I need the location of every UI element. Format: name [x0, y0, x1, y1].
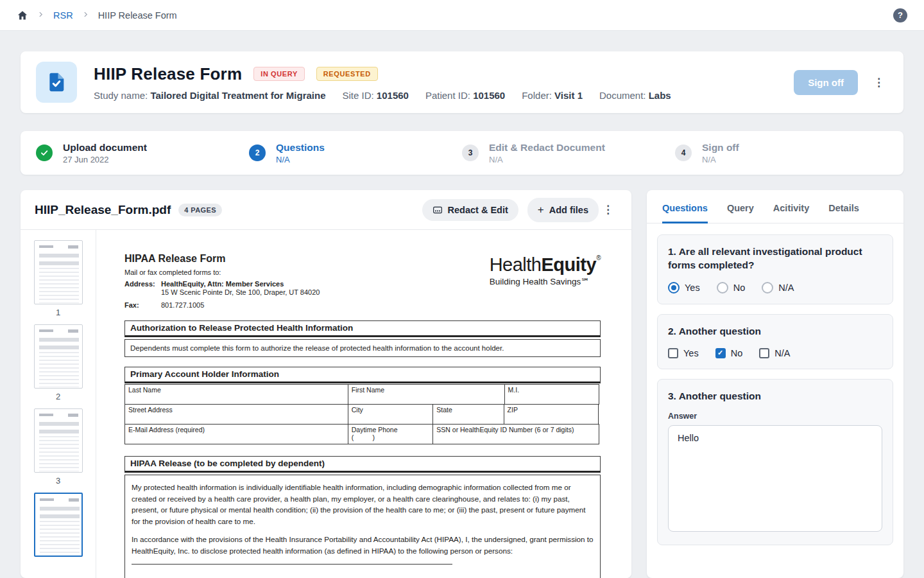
file-name: HIIP_Release_Form.pdf	[35, 203, 171, 217]
logo-tagline: Building Health Savings℠	[490, 276, 601, 286]
chevron-right-icon	[37, 10, 44, 20]
step-upload-document[interactable]: Upload document 27 Jun 2022	[36, 142, 249, 164]
step-subtitle: N/A	[702, 155, 739, 164]
pdf-fax-value: 801.727.1005	[161, 301, 204, 309]
pdf-viewer-card: HIIP_Release_Form.pdf 4 PAGES Redact & E…	[21, 190, 631, 578]
thumbnail-page-number: 1	[56, 308, 60, 317]
meta-value-folder: Visit 1	[554, 90, 583, 101]
page-count-badge: 4 PAGES	[178, 204, 222, 216]
radio-option-yes[interactable]: Yes	[668, 282, 700, 293]
meta-value-site-id: 101560	[377, 90, 409, 101]
question-title: 1. Are all relevant investigational prod…	[668, 245, 882, 272]
table-cell: Daytime Phone ( )	[348, 424, 434, 444]
step-sign-off[interactable]: 4 Sign off N/A	[675, 142, 888, 164]
checkbox-option-na[interactable]: N/A	[759, 348, 790, 358]
questions-panel-card: Questions Query Acitivity Details 1. Are…	[647, 190, 903, 578]
redact-icon	[432, 205, 443, 215]
pdf-section-authorization-body: Dependents must complete this form to au…	[124, 339, 601, 357]
option-label: No	[731, 348, 743, 358]
table-cell: State	[432, 404, 504, 425]
thumbnail-page-number: 2	[56, 392, 60, 401]
table-cell: ZIP	[504, 404, 599, 425]
healthequity-logo: HealthEquity® Building Health Savings℠	[490, 253, 601, 309]
answer-textarea[interactable]: Hello	[668, 425, 882, 532]
question-card-1: 1. Are all relevant investigational prod…	[657, 234, 893, 304]
question-title: 2. Another question	[668, 325, 882, 338]
step-edit-redact[interactable]: 3 Edit & Redact Document N/A	[462, 142, 675, 164]
meta-label-study: Study name:	[94, 90, 148, 101]
home-icon[interactable]	[17, 10, 28, 21]
question-title: 3. Another question	[668, 390, 882, 403]
option-label: N/A	[774, 348, 790, 358]
breadcrumb-current: HIIP Release Form	[98, 10, 177, 21]
pdf-form-title: HIPAA Release Form	[124, 253, 320, 265]
meta-label-patient-id: Patient ID:	[425, 90, 470, 101]
page-thumbnail-1[interactable]	[34, 240, 83, 304]
status-badge-requested: REQUESTED	[316, 67, 378, 81]
top-navigation-bar: RSR HIIP Release Form ?	[0, 0, 924, 31]
more-options-icon[interactable]: ⋮	[869, 74, 888, 91]
breadcrumb: RSR HIIP Release Form	[17, 10, 177, 21]
pdf-section-holder-title: Primary Account Holder Information	[124, 367, 601, 383]
step-title: Questions	[276, 142, 325, 153]
meta-value-patient-id: 101560	[473, 90, 505, 101]
tab-activity[interactable]: Acitivity	[773, 203, 809, 223]
step-complete-check-icon	[36, 144, 53, 161]
step-title: Edit & Redact Document	[489, 142, 605, 153]
plus-icon: +	[538, 204, 544, 216]
radio-option-no[interactable]: No	[717, 282, 746, 293]
viewer-more-options-icon[interactable]: ⋮	[599, 202, 617, 218]
step-subtitle: 27 Jun 2022	[63, 155, 147, 164]
sign-off-button[interactable]: Sign off	[794, 70, 858, 95]
question-card-2: 2. Another question Yes No N/A	[657, 314, 893, 369]
logo-equity: Equity	[542, 254, 597, 275]
table-cell: Last Name	[124, 384, 348, 405]
status-badge-in-query: IN QUERY	[253, 67, 305, 81]
tab-query[interactable]: Query	[727, 203, 754, 223]
checkbox-icon	[715, 348, 726, 358]
pdf-fax-label: Fax:	[124, 301, 161, 309]
radio-option-na[interactable]: N/A	[762, 282, 794, 293]
tab-details[interactable]: Details	[828, 203, 859, 223]
step-number: 2	[249, 144, 266, 161]
step-questions[interactable]: 2 Questions N/A	[249, 142, 462, 164]
pdf-holder-table: Last Name First Name M.I. Street Address…	[124, 384, 601, 444]
page-thumbnail-3[interactable]	[34, 408, 83, 473]
redact-edit-button[interactable]: Redact & Edit	[422, 199, 518, 221]
redact-edit-label: Redact & Edit	[448, 205, 508, 215]
help-icon[interactable]: ?	[893, 8, 907, 22]
page-thumbnail-4[interactable]	[34, 493, 83, 557]
add-files-label: Add files	[549, 205, 588, 215]
pdf-section-release-title: HIPAA Release (to be completed by depend…	[124, 456, 601, 473]
document-check-icon	[36, 62, 77, 103]
table-cell-line: ( )	[352, 434, 430, 441]
table-cell: E-Mail Address (required)	[124, 424, 348, 444]
table-cell: City	[348, 404, 434, 425]
option-label: No	[733, 283, 746, 293]
answer-label: Answer	[668, 412, 882, 421]
meta-value-study: Tailored Digital Treatment for Migraine	[150, 90, 325, 101]
add-files-button[interactable]: + Add files	[527, 198, 599, 222]
meta-label-document: Document:	[599, 90, 646, 101]
pdf-address-label: Address:	[124, 280, 161, 288]
breadcrumb-link-rsr[interactable]: RSR	[53, 10, 73, 21]
table-cell: First Name	[348, 384, 505, 405]
checkbox-icon	[668, 348, 678, 358]
option-label: N/A	[778, 283, 794, 293]
step-subtitle: N/A	[489, 155, 605, 164]
blank-line	[132, 557, 452, 565]
radio-icon	[762, 282, 773, 293]
thumbnail-page-number: 3	[56, 476, 60, 486]
page-title: HIIP Release Form	[94, 64, 242, 84]
pdf-page-preview: HIPAA Release Form Mail or fax completed…	[96, 230, 631, 578]
page-thumbnail-2[interactable]	[34, 324, 83, 389]
checkbox-option-yes[interactable]: Yes	[668, 348, 699, 358]
tab-questions[interactable]: Questions	[662, 203, 708, 223]
document-metadata: Study name: Tailored Digital Treatment f…	[94, 90, 794, 101]
checkbox-option-no[interactable]: No	[715, 348, 743, 358]
thumbnail-rail: 1 2 3	[21, 230, 96, 578]
table-cell: Street Address	[124, 404, 348, 425]
option-label: Yes	[685, 283, 700, 293]
step-title: Sign off	[702, 142, 739, 153]
table-cell-line: Daytime Phone	[352, 426, 430, 434]
